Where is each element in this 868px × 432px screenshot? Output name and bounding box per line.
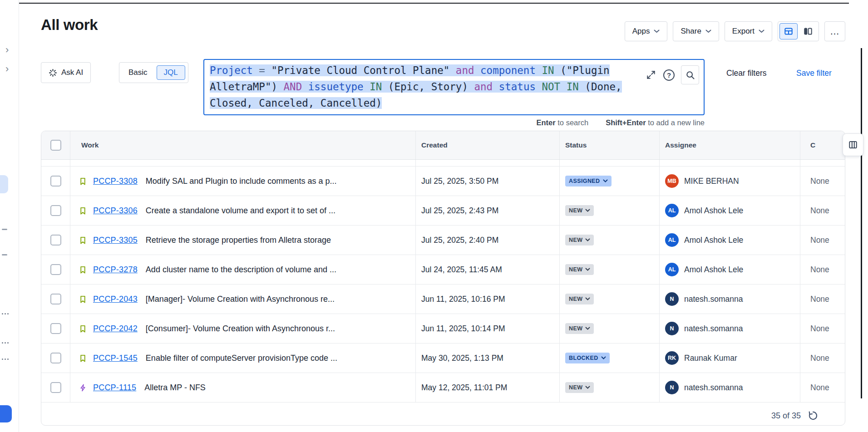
partial-scrolled-row — [41, 160, 845, 167]
select-all-checkbox[interactable] — [50, 140, 61, 151]
row-checkbox[interactable] — [50, 235, 61, 245]
issue-title: Modify SAL and Plugin to include comment… — [146, 177, 337, 186]
created-date: Jun 11, 2025, 10:16 PM — [416, 285, 560, 314]
columns-icon — [848, 140, 858, 150]
export-button[interactable]: Export — [725, 21, 772, 41]
window-top-edge — [14, 3, 849, 4]
status-badge[interactable]: NEW — [565, 264, 594, 275]
clear-filters-button[interactable]: Clear filters — [724, 68, 769, 79]
comments-value: None — [800, 314, 845, 343]
col-header-comments[interactable]: C — [800, 131, 845, 159]
sidebar-item-partial — [2, 229, 7, 230]
issue-key-link[interactable]: PCCP-1115 — [93, 383, 136, 393]
col-header-assignee[interactable]: Assignee — [660, 131, 800, 159]
issue-key-link[interactable]: PCCP-3278 — [93, 265, 138, 275]
apps-button[interactable]: Apps — [625, 21, 668, 41]
issue-title: [Manager]- Volume Creation with Asynchro… — [146, 295, 335, 304]
col-header-work[interactable]: Work — [70, 131, 416, 159]
sidebar-item-partial — [2, 254, 7, 255]
query-mode-switcher: Basic JQL — [119, 62, 188, 83]
share-button[interactable]: Share — [673, 21, 719, 41]
status-badge[interactable]: NEW — [565, 205, 594, 216]
issue-key-link[interactable]: PCCP-3305 — [93, 236, 138, 245]
story-icon — [79, 354, 87, 363]
sidebar-expand-icon[interactable]: › — [5, 64, 9, 74]
detail-view-button[interactable] — [799, 23, 817, 39]
row-checkbox[interactable] — [50, 323, 61, 334]
created-date: Jul 25, 2025, 2:43 PM — [416, 196, 560, 225]
comments-value: None — [800, 344, 845, 373]
column-settings-button[interactable] — [843, 133, 863, 156]
row-checkbox[interactable] — [50, 176, 61, 187]
table-row: PCCP-2043 [Manager]- Volume Creation wit… — [41, 285, 845, 314]
refresh-icon — [808, 410, 819, 421]
status-badge[interactable]: BLOCKED — [565, 353, 610, 363]
ask-ai-button[interactable]: Ask AI — [41, 62, 91, 83]
row-checkbox[interactable] — [50, 264, 61, 275]
sidebar-expand-icon[interactable]: › — [5, 45, 9, 54]
issue-title: Add cluster name to the description of v… — [146, 265, 336, 275]
issue-key-link[interactable]: PCCP-3306 — [93, 206, 138, 216]
sidebar-overflow-dots — [2, 313, 3, 314]
created-date: May 30, 2025, 1:13 PM — [416, 344, 560, 373]
row-checkbox[interactable] — [50, 353, 61, 363]
work-items-table: Work Created Status Assignee C PCCP-3308… — [41, 131, 845, 426]
comments-value: None — [800, 285, 845, 314]
more-button[interactable]: … — [824, 21, 845, 41]
avatar: AL — [665, 263, 679, 276]
story-icon — [79, 177, 87, 186]
sidebar-bottom-button[interactable] — [0, 405, 12, 422]
sidebar-overflow-dots — [2, 358, 3, 360]
col-header-status[interactable]: Status — [560, 131, 660, 159]
shift-enter-key-hint: Shift+Enter — [606, 118, 646, 127]
expand-icon[interactable] — [645, 69, 657, 81]
assignee-name: Raunak Kumar — [684, 353, 737, 363]
avatar: RK — [665, 351, 679, 365]
row-checkbox[interactable] — [50, 205, 61, 216]
issue-key-link[interactable]: PCCP-1545 — [93, 353, 138, 363]
story-icon — [79, 324, 87, 333]
story-icon — [79, 265, 87, 274]
row-checkbox[interactable] — [50, 294, 61, 304]
sidebar-active-item[interactable] — [0, 175, 8, 193]
help-icon[interactable]: ? — [663, 69, 675, 81]
avatar: N — [665, 381, 679, 394]
comments-value: None — [800, 196, 845, 225]
table-footer: 35 of 35 — [41, 403, 845, 429]
basic-mode-button[interactable]: Basic — [122, 68, 154, 77]
status-badge[interactable]: NEW — [565, 235, 594, 245]
jql-query-input[interactable]: Project = "Private Cloud Control Plane" … — [203, 59, 705, 115]
table-view-button[interactable] — [779, 23, 798, 39]
page-title: All work — [41, 16, 98, 34]
chevron-down-icon — [585, 209, 590, 212]
status-badge[interactable]: NEW — [565, 294, 594, 304]
issue-title: Enable filter of computeServer provision… — [146, 353, 337, 363]
share-button-label: Share — [681, 27, 701, 36]
table-row: PCCP-3306 Create a standalone volume and… — [41, 196, 845, 226]
created-date: Jul 25, 2025, 3:50 PM — [416, 167, 560, 196]
created-date: Jul 24, 2025, 11:45 AM — [416, 255, 560, 284]
sidebar-rail: › › — [0, 0, 19, 432]
enter-key-hint: Enter — [537, 118, 556, 127]
table-row: PCCP-3308 Modify SAL and Plugin to inclu… — [41, 167, 845, 196]
jql-mode-button[interactable]: JQL — [157, 65, 185, 80]
avatar: MB — [665, 174, 679, 188]
search-button[interactable] — [681, 65, 699, 84]
status-badge[interactable]: ASSIGNED — [565, 176, 612, 187]
row-count: 35 of 35 — [771, 411, 801, 421]
issue-key-link[interactable]: PCCP-2042 — [93, 324, 138, 334]
chevron-down-icon — [585, 268, 590, 271]
save-filter-button[interactable]: Save filter — [794, 68, 834, 79]
refresh-button[interactable] — [808, 410, 819, 421]
issue-title: Retrieve the storage properties from All… — [146, 236, 331, 245]
status-badge[interactable]: NEW — [565, 382, 594, 393]
issue-key-link[interactable]: PCCP-3308 — [93, 177, 138, 186]
assignee-name: Amol Ashok Lele — [684, 236, 743, 245]
table-row: PCCP-1115 Alletra MP - NFS May 12, 2025,… — [41, 373, 845, 403]
status-badge[interactable]: NEW — [565, 323, 594, 334]
col-header-created[interactable]: Created — [416, 131, 560, 159]
chevron-down-icon — [603, 179, 608, 183]
table-row: PCCP-3278 Add cluster name to the descri… — [41, 255, 845, 285]
issue-key-link[interactable]: PCCP-2043 — [93, 295, 138, 304]
row-checkbox[interactable] — [50, 382, 61, 393]
